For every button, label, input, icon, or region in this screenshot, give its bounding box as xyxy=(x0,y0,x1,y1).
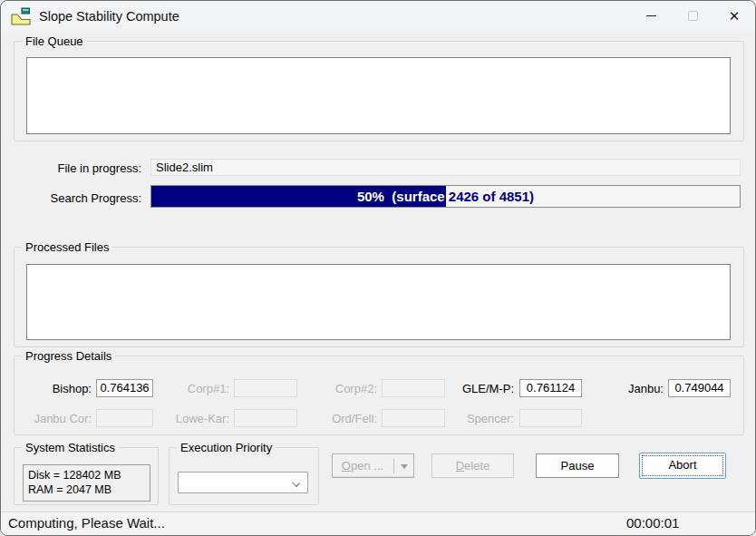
delete-button: Delete xyxy=(431,453,514,478)
lowe-kar-value xyxy=(234,409,297,427)
search-progress-bar: 50% (surface 2426 of 4851) 50% (surface … xyxy=(150,185,741,208)
open-button: Open ... xyxy=(332,453,414,478)
file-queue-list[interactable] xyxy=(26,57,731,134)
window-title: Slope Stability Compute xyxy=(39,9,179,24)
file-in-progress-value: Slide2.slim xyxy=(150,159,741,176)
execution-priority-select[interactable] xyxy=(178,472,308,493)
processed-files-label: Processed Files xyxy=(22,240,112,254)
janbu-label: Janbu: xyxy=(598,382,664,395)
execution-priority-label: Execution Priority xyxy=(177,441,276,454)
processed-files-list[interactable] xyxy=(26,264,731,340)
close-icon: ✕ xyxy=(729,9,741,23)
janbu-cor-label: Janbu Cor: xyxy=(26,412,92,425)
bishop-value: 0.764136 xyxy=(96,379,153,397)
search-progress-fill: 50% (surface 2426 of 4851) xyxy=(151,186,446,207)
app-window: Slope Stability Compute ✕ File Queue Fil… xyxy=(0,0,756,536)
ord-fell-label: Ord/Fell: xyxy=(312,412,377,425)
maximize-button xyxy=(672,1,713,31)
system-statistics-label: System Statistics xyxy=(22,441,119,454)
status-bar: Computing, Please Wait... 00:00:01 xyxy=(1,512,755,535)
elapsed-time: 00:00:01 xyxy=(626,515,679,531)
progress-details-label: Progress Details xyxy=(22,349,115,363)
dropdown-arrow-icon xyxy=(401,464,408,469)
chevron-down-icon xyxy=(292,479,300,487)
gle-mp-label: GLE/M-P: xyxy=(449,382,514,395)
janbu-cor-value xyxy=(96,409,153,427)
spencer-label: Spencer: xyxy=(449,412,514,425)
title-bar: Slope Stability Compute ✕ xyxy=(1,1,755,31)
open-button-label: Open ... xyxy=(333,454,393,477)
ord-fell-value xyxy=(382,409,445,427)
corp2-label: Corp#2: xyxy=(312,382,377,395)
corp2-value xyxy=(382,379,445,397)
corp1-label: Corp#1: xyxy=(164,382,229,395)
bishop-label: Bishop: xyxy=(26,382,92,395)
gle-mp-value: 0.761124 xyxy=(519,379,582,397)
status-message: Computing, Please Wait... xyxy=(8,515,165,531)
app-icon xyxy=(11,6,31,26)
minimize-icon xyxy=(646,15,656,16)
close-button[interactable]: ✕ xyxy=(713,1,755,31)
ram-stat: RAM = 2047 MB xyxy=(28,482,145,497)
maximize-icon xyxy=(688,11,698,21)
file-in-progress-label: File in progress: xyxy=(37,161,141,175)
janbu-value: 0.749044 xyxy=(668,379,731,397)
minimize-button[interactable] xyxy=(630,1,672,31)
progress-text-overlay: 50% (surface 2426 of 4851) xyxy=(151,186,446,207)
abort-button[interactable]: Abort xyxy=(639,453,726,479)
pause-button[interactable]: Pause xyxy=(536,453,619,478)
search-progress-label: Search Progress: xyxy=(37,191,141,205)
file-queue-label: File Queue xyxy=(22,34,87,48)
window-controls: ✕ xyxy=(630,1,755,31)
disk-stat: Disk = 128402 MB xyxy=(28,468,145,482)
corp1-value xyxy=(234,379,297,397)
processed-files-group: Processed Files xyxy=(14,247,744,347)
file-queue-group: File Queue xyxy=(14,41,744,141)
spencer-value xyxy=(519,409,582,427)
system-statistics-box: Disk = 128402 MB RAM = 2047 MB xyxy=(23,464,150,502)
open-dropdown-button xyxy=(394,454,413,477)
lowe-kar-label: Lowe-Kar: xyxy=(164,412,229,425)
